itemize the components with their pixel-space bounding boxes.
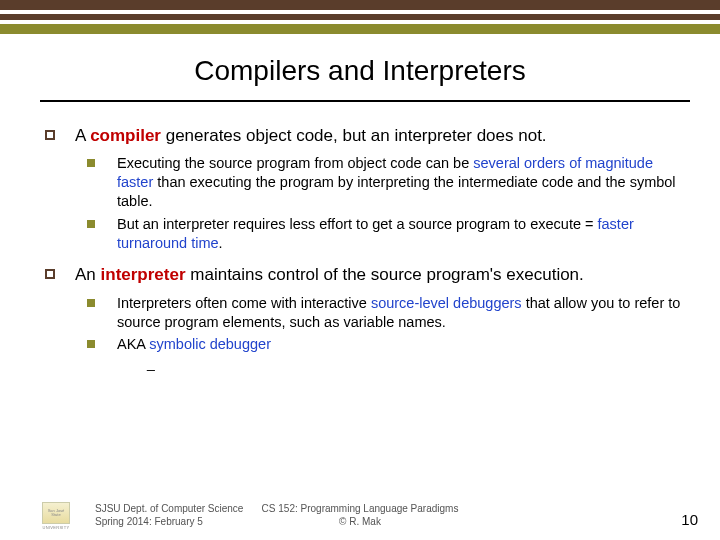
term-interpreter: interpreter xyxy=(101,265,186,284)
sub-1-1: Executing the source program from object… xyxy=(87,154,690,211)
title-underline xyxy=(40,100,690,102)
bullet-2-rest: maintains control of the source program'… xyxy=(186,265,584,284)
bar-brown-1 xyxy=(0,0,720,10)
sub-2-2-highlight: symbolic debugger xyxy=(149,336,271,352)
sub-2-2-p1: AKA xyxy=(117,336,149,352)
filled-square-icon xyxy=(87,299,95,307)
slide: Compilers and Interpreters A compiler ge… xyxy=(0,0,720,540)
sub-2-1-highlight: source-level debuggers xyxy=(371,295,522,311)
bullet-2-prefix: An xyxy=(75,265,101,284)
bullet-1: A compiler generates object code, but an… xyxy=(45,125,690,146)
bar-olive xyxy=(0,24,720,34)
sub-1-1-p1: Executing the source program from object… xyxy=(117,155,473,171)
square-bullet-icon xyxy=(45,269,55,279)
sub-1-1-p2: than executing the program by interpreti… xyxy=(117,174,676,209)
sub-2-1: Interpreters often come with interactive… xyxy=(87,294,690,332)
bullet-2: An interpreter maintains control of the … xyxy=(45,264,690,285)
filled-square-icon xyxy=(87,340,95,348)
sub-2-2: AKA symbolic debugger _ xyxy=(87,335,690,372)
bar-brown-2 xyxy=(0,14,720,20)
sub-1-2: But an interpreter requires less effort … xyxy=(87,215,690,253)
square-bullet-icon xyxy=(45,130,55,140)
slide-title: Compilers and Interpreters xyxy=(0,55,720,87)
trailing-dash: _ xyxy=(117,354,690,372)
footer-course: CS 152: Programming Language Paradigms xyxy=(0,503,720,516)
content-area: A compiler generates object code, but an… xyxy=(45,125,690,384)
footer-copyright: © R. Mak xyxy=(0,516,720,529)
sub-1-2-p2: . xyxy=(219,235,223,251)
top-decorative-bars xyxy=(0,0,720,34)
footer-center: CS 152: Programming Language Paradigms ©… xyxy=(0,503,720,528)
sub-2-1-p1: Interpreters often come with interactive xyxy=(117,295,371,311)
bullet-1-rest: generates object code, but an interprete… xyxy=(161,126,547,145)
bullet-2-subs: Interpreters often come with interactive… xyxy=(45,294,690,373)
term-compiler: compiler xyxy=(90,126,161,145)
bullet-1-prefix: A xyxy=(75,126,90,145)
sub-1-2-p1: But an interpreter requires less effort … xyxy=(117,216,598,232)
bullet-1-subs: Executing the source program from object… xyxy=(45,154,690,252)
filled-square-icon xyxy=(87,220,95,228)
filled-square-icon xyxy=(87,159,95,167)
page-number: 10 xyxy=(681,511,698,528)
